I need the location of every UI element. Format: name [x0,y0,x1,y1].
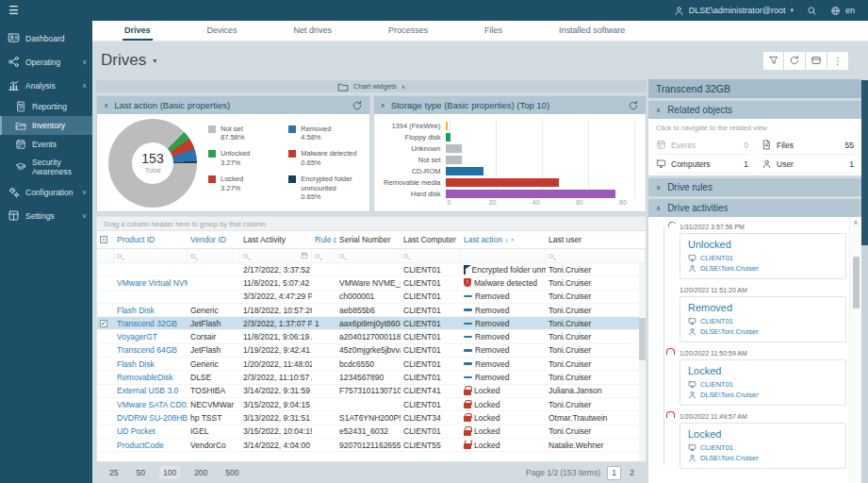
cell-product-id[interactable]: Transcend 64GB [114,345,188,355]
filter-cell-vendor-id[interactable] [188,249,240,262]
activity-computer-link[interactable]: CLIENT01 [688,317,838,325]
user-menu[interactable]: DLSE\administrator@root ▾ [674,6,794,16]
select-all-checkbox[interactable] [97,236,114,243]
refresh-icon[interactable] [628,100,639,111]
group-by-bar[interactable]: Drag a column header here to group by th… [96,216,647,230]
related-files[interactable]: Files55 [762,136,854,155]
table-row[interactable]: 3/3/2022, 4:47:29 PMch000001CLIENT01Remo… [97,291,646,304]
activity-computer-link[interactable]: CLIENT01 [688,380,838,389]
chart-widgets-toggle[interactable]: Chart widgets ∧ [96,80,647,92]
cell-product-id[interactable]: UD Pocket [114,426,188,436]
column-header-last-user[interactable]: Last user [546,235,646,244]
table-row[interactable]: Flash DiskGeneric1/20/2022, 11:48:02 AMb… [97,358,646,371]
tab-net-drives[interactable]: Net drives [292,21,335,41]
refresh-icon[interactable] [352,100,363,111]
sidebar-item-dashboard[interactable]: Dashboard [0,26,92,50]
tab-devices[interactable]: Devices [205,21,239,41]
page-title-dropdown[interactable]: Drives ▾ [101,51,156,70]
sidebar-item-security-awareness[interactable]: Security Awareness [0,154,92,180]
cell-product-id[interactable]: Transcend 32GB [114,319,188,328]
cell-product-id[interactable]: RemovableDisk [114,373,188,382]
cell-product-id[interactable]: VMware Virtual NVMe [114,278,188,288]
table-row[interactable]: UD PocketIGEL3/15/2022, 10:04:19 AMe5243… [97,425,646,439]
sidebar-item-analysis[interactable]: Analysis∧ [0,74,92,97]
related-events[interactable]: Events0 [656,136,748,155]
table-row[interactable]: ✓Transcend 32GBJetFlash2/3/2022, 1:37:07… [97,317,646,330]
filter-cell-last-activity[interactable] [240,249,312,262]
page-size-100[interactable]: 100 [159,466,180,479]
activity-user-link[interactable]: DLSE\Toni.Cruiser [688,327,838,336]
filter-cell-product-id[interactable] [114,249,188,262]
cell-product-id[interactable]: VoyagerGT [114,332,188,341]
drive-rules-header[interactable]: ∨ Drive rules [648,178,861,196]
row-checkbox[interactable]: ✓ [97,320,114,327]
table-row[interactable]: VoyagerGTCorsair11/8/2021, 9:06:19 AMa20… [97,330,646,343]
activity-computer-link[interactable]: CLIENT01 [688,443,838,452]
cell-product-id[interactable]: VMware SATA CD01 [114,400,188,409]
related-computers[interactable]: Computers1 [656,155,748,174]
refresh-button[interactable] [784,51,806,71]
sidebar-item-inventory[interactable]: Inventory [0,116,92,135]
table-row[interactable]: VMware SATA CD01NECVMWar3/15/2022, 9:04:… [97,398,646,411]
filter-cell-last-action[interactable] [461,249,546,262]
table-row[interactable]: DVDRW SU-208HBhp TSST3/13/2022, 9:31:51 … [97,411,646,425]
table-row[interactable]: 2/17/2022, 3:37:52 PMCLIENT01Encrypted f… [97,263,646,276]
page-button-2[interactable]: 2 [625,466,639,480]
language-selector[interactable]: en [830,6,855,16]
page-size-25[interactable]: 25 [106,466,122,479]
page-scrollbar[interactable] [861,80,868,483]
cell-product-id[interactable]: Flash Disk [114,306,188,315]
page-button-1[interactable]: 1 [607,466,621,480]
cell-product-id[interactable]: ProductCode [114,441,188,450]
sidebar-item-settings[interactable]: Settings∨ [0,204,92,227]
column-header-last-computer[interactable]: Last Computer [401,235,461,244]
tab-drives[interactable]: Drives [123,21,153,41]
sidebar-item-reporting[interactable]: Reporting [0,97,92,116]
table-row[interactable]: Transcend 64GBJetFlash1/19/2022, 9:42:41… [97,344,646,358]
filter-button[interactable] [762,51,784,71]
activity-user-link[interactable]: DLSE\Toni.Cruiser [688,264,838,273]
last-action-chart-header[interactable]: ∧ Last action (Basic properties) [97,96,369,114]
table-row[interactable]: External USB 3.0TOSHIBA3/14/2022, 9:31:5… [97,385,646,398]
tab-installed-software[interactable]: Installed software [557,21,627,41]
activity-user-link[interactable]: DLSE\Toni.Cruiser [688,454,838,462]
column-header-vendor-id[interactable]: Vendor ID [188,235,240,244]
tab-files[interactable]: Files [483,21,504,41]
table-row[interactable]: ProductCodeVendorCo3/14/2022, 4:04:00 PM… [97,439,646,452]
filter-cell-last-computer[interactable] [401,249,461,262]
page-size-500[interactable]: 500 [221,466,242,479]
layout-button[interactable] [806,51,827,71]
table-row[interactable]: Flash DiskGeneric1/18/2022, 10:57:26 AMa… [97,304,646,317]
activity-entry: 1/20/2022 11:50:59 AMLockedCLIENT01DLSE\… [648,349,846,406]
cell-product-id[interactable]: External USB 3.0 [114,386,188,395]
more-button[interactable]: ⋮ [827,51,849,71]
column-header-last-activity[interactable]: Last Activity [240,235,312,244]
column-header-last-action[interactable]: Last action↓▼ [461,235,546,244]
sidebar-item-operating[interactable]: Operating∨ [0,50,92,74]
filter-cell-rule-cou[interactable] [312,249,336,262]
storage-type-chart-header[interactable]: ∧ Storage type (Basic properties) (Top 1… [374,96,647,114]
filter-cell-serial-number[interactable] [336,249,401,262]
activity-computer-link[interactable]: CLIENT01 [688,254,838,262]
related-user[interactable]: User1 [762,155,854,174]
hamburger-menu-icon[interactable]: ☰ [0,4,92,17]
page-size-200[interactable]: 200 [190,466,211,479]
column-header-rule-cou[interactable]: Rule cou [312,235,336,244]
search-icon[interactable] [807,6,817,16]
table-row[interactable]: VMware Virtual NVMe11/8/2021, 5:07:42 PM… [97,276,646,290]
tab-processes[interactable]: Processes [386,21,430,41]
activity-user-link[interactable]: DLSE\Toni.Cruiser [688,391,838,399]
filter-cell-last-user[interactable] [546,249,646,262]
drive-activities-header[interactable]: ∧ Drive activities [648,199,861,217]
table-row[interactable]: RemovableDiskDLSE2/3/2022, 11:10:57 AM12… [97,371,646,384]
cell-product-id[interactable]: DVDRW SU-208HB [114,413,188,423]
page-size-50[interactable]: 50 [132,466,148,479]
column-header-product-id[interactable]: Product ID [114,235,188,244]
related-objects-header[interactable]: ∧ Related objects [648,101,861,119]
sidebar-item-events[interactable]: Events [0,135,92,154]
sidebar-item-configuration[interactable]: Configuration∨ [0,180,92,204]
activities-scrollbar[interactable]: ∧ [849,217,861,483]
table-scrollbar[interactable] [639,263,646,461]
column-header-serial-number[interactable]: Serial Number [336,235,401,244]
cell-product-id[interactable]: Flash Disk [114,359,188,369]
